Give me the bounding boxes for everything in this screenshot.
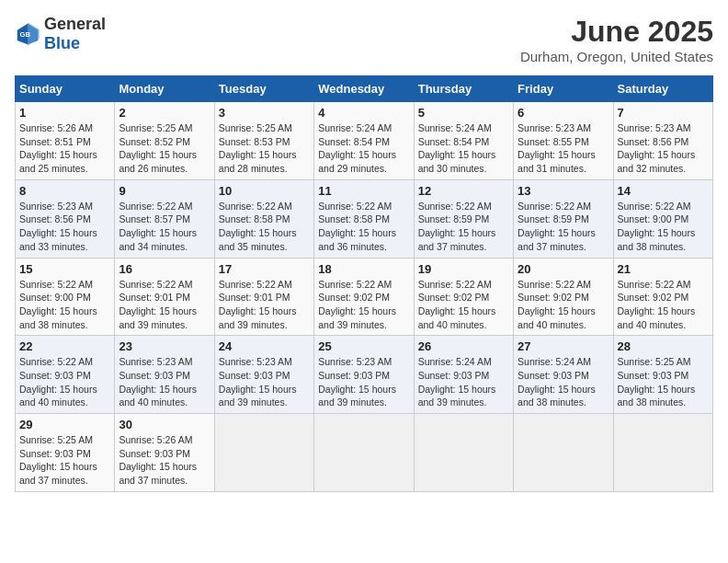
calendar-week-row: 1 Sunrise: 5:26 AM Sunset: 8:51 PM Dayli… bbox=[16, 102, 713, 180]
weekday-header: Wednesday bbox=[314, 76, 414, 102]
calendar-cell: 23 Sunrise: 5:23 AM Sunset: 9:03 PM Dayl… bbox=[115, 336, 214, 414]
day-info: Sunrise: 5:22 AM Sunset: 9:01 PM Dayligh… bbox=[119, 278, 210, 332]
logo-blue: Blue bbox=[44, 34, 80, 52]
day-number: 30 bbox=[119, 418, 210, 431]
day-info: Sunrise: 5:22 AM Sunset: 8:58 PM Dayligh… bbox=[318, 200, 409, 254]
logo-text: General Blue bbox=[44, 15, 106, 53]
calendar-cell: 10 Sunrise: 5:22 AM Sunset: 8:58 PM Dayl… bbox=[214, 179, 313, 258]
day-info: Sunrise: 5:22 AM Sunset: 9:02 PM Dayligh… bbox=[318, 278, 409, 332]
day-info: Sunrise: 5:25 AM Sunset: 9:03 PM Dayligh… bbox=[618, 355, 709, 409]
day-number: 19 bbox=[418, 262, 509, 276]
calendar-cell: 2 Sunrise: 5:25 AM Sunset: 8:52 PM Dayli… bbox=[115, 102, 214, 180]
calendar-cell: 26 Sunrise: 5:24 AM Sunset: 9:03 PM Dayl… bbox=[414, 336, 513, 414]
calendar-week-row: 22 Sunrise: 5:22 AM Sunset: 9:03 PM Dayl… bbox=[16, 336, 713, 414]
day-info: Sunrise: 5:23 AM Sunset: 8:56 PM Dayligh… bbox=[19, 200, 110, 254]
calendar-subtitle: Durham, Oregon, United States bbox=[520, 49, 713, 64]
calendar-cell: 20 Sunrise: 5:22 AM Sunset: 9:02 PM Dayl… bbox=[514, 258, 613, 336]
calendar-cell: 18 Sunrise: 5:22 AM Sunset: 9:02 PM Dayl… bbox=[314, 258, 414, 336]
day-info: Sunrise: 5:22 AM Sunset: 9:02 PM Dayligh… bbox=[418, 278, 509, 332]
calendar-cell: 5 Sunrise: 5:24 AM Sunset: 8:54 PM Dayli… bbox=[414, 102, 513, 180]
day-number: 27 bbox=[518, 339, 609, 353]
day-info: Sunrise: 5:23 AM Sunset: 8:56 PM Dayligh… bbox=[618, 121, 709, 176]
day-number: 4 bbox=[318, 106, 409, 120]
calendar-cell: 30 Sunrise: 5:26 AM Sunset: 9:03 PM Dayl… bbox=[115, 414, 214, 492]
day-info: Sunrise: 5:22 AM Sunset: 9:02 PM Dayligh… bbox=[518, 278, 609, 332]
day-number: 22 bbox=[19, 339, 110, 353]
day-number: 6 bbox=[518, 106, 609, 120]
calendar-cell bbox=[414, 414, 513, 492]
calendar-cell: 24 Sunrise: 5:23 AM Sunset: 9:03 PM Dayl… bbox=[214, 336, 313, 414]
calendar-cell bbox=[613, 414, 712, 492]
day-number: 10 bbox=[219, 184, 310, 198]
day-info: Sunrise: 5:22 AM Sunset: 9:02 PM Dayligh… bbox=[618, 278, 709, 332]
day-info: Sunrise: 5:22 AM Sunset: 9:03 PM Dayligh… bbox=[19, 355, 110, 409]
title-block: June 2025 Durham, Oregon, United States bbox=[520, 15, 713, 64]
page-header: GB General Blue June 2025 Durham, Oregon… bbox=[15, 15, 713, 64]
calendar-cell: 27 Sunrise: 5:24 AM Sunset: 9:03 PM Dayl… bbox=[514, 336, 613, 414]
weekday-header: Monday bbox=[115, 76, 214, 102]
day-number: 7 bbox=[618, 106, 709, 120]
day-info: Sunrise: 5:22 AM Sunset: 8:58 PM Dayligh… bbox=[219, 200, 310, 254]
day-info: Sunrise: 5:25 AM Sunset: 8:52 PM Dayligh… bbox=[119, 121, 210, 176]
calendar-cell: 7 Sunrise: 5:23 AM Sunset: 8:56 PM Dayli… bbox=[613, 102, 712, 180]
calendar-week-row: 8 Sunrise: 5:23 AM Sunset: 8:56 PM Dayli… bbox=[16, 179, 713, 258]
day-number: 5 bbox=[418, 106, 509, 120]
day-number: 11 bbox=[318, 184, 409, 198]
weekday-header: Friday bbox=[514, 76, 613, 102]
day-number: 17 bbox=[219, 262, 310, 276]
logo-general: General bbox=[44, 15, 106, 33]
calendar-cell: 17 Sunrise: 5:22 AM Sunset: 9:01 PM Dayl… bbox=[214, 258, 313, 336]
calendar-cell: 8 Sunrise: 5:23 AM Sunset: 8:56 PM Dayli… bbox=[16, 179, 115, 258]
day-number: 15 bbox=[19, 262, 110, 276]
calendar-cell: 1 Sunrise: 5:26 AM Sunset: 8:51 PM Dayli… bbox=[16, 102, 115, 180]
calendar-cell: 15 Sunrise: 5:22 AM Sunset: 9:00 PM Dayl… bbox=[16, 258, 115, 336]
day-info: Sunrise: 5:23 AM Sunset: 9:03 PM Dayligh… bbox=[219, 355, 310, 409]
day-info: Sunrise: 5:26 AM Sunset: 8:51 PM Dayligh… bbox=[19, 121, 110, 176]
logo-icon: GB bbox=[15, 21, 40, 47]
day-info: Sunrise: 5:22 AM Sunset: 9:00 PM Dayligh… bbox=[19, 278, 110, 332]
calendar-cell: 9 Sunrise: 5:22 AM Sunset: 8:57 PM Dayli… bbox=[115, 179, 214, 258]
day-number: 9 bbox=[119, 184, 210, 198]
calendar-cell: 13 Sunrise: 5:22 AM Sunset: 8:59 PM Dayl… bbox=[514, 179, 613, 258]
day-number: 20 bbox=[518, 262, 609, 276]
day-info: Sunrise: 5:23 AM Sunset: 9:03 PM Dayligh… bbox=[318, 355, 409, 409]
calendar-cell: 16 Sunrise: 5:22 AM Sunset: 9:01 PM Dayl… bbox=[115, 258, 214, 336]
calendar-cell: 12 Sunrise: 5:22 AM Sunset: 8:59 PM Dayl… bbox=[414, 179, 513, 258]
day-number: 3 bbox=[219, 106, 310, 120]
calendar-cell: 28 Sunrise: 5:25 AM Sunset: 9:03 PM Dayl… bbox=[613, 336, 712, 414]
calendar-cell: 6 Sunrise: 5:23 AM Sunset: 8:55 PM Dayli… bbox=[514, 102, 613, 180]
calendar-cell bbox=[214, 414, 313, 492]
day-number: 25 bbox=[318, 339, 409, 353]
day-info: Sunrise: 5:23 AM Sunset: 9:03 PM Dayligh… bbox=[119, 355, 210, 409]
day-number: 12 bbox=[418, 184, 509, 198]
day-number: 29 bbox=[19, 418, 110, 431]
day-number: 24 bbox=[219, 339, 310, 353]
day-number: 2 bbox=[119, 106, 210, 120]
day-number: 21 bbox=[618, 262, 709, 276]
weekday-header: Saturday bbox=[613, 76, 712, 102]
day-info: Sunrise: 5:24 AM Sunset: 9:03 PM Dayligh… bbox=[418, 355, 509, 409]
weekday-header-row: SundayMondayTuesdayWednesdayThursdayFrid… bbox=[16, 76, 713, 102]
day-info: Sunrise: 5:25 AM Sunset: 9:03 PM Dayligh… bbox=[19, 433, 110, 488]
day-number: 8 bbox=[19, 184, 110, 198]
day-number: 26 bbox=[418, 339, 509, 353]
day-info: Sunrise: 5:22 AM Sunset: 8:57 PM Dayligh… bbox=[119, 200, 210, 254]
svg-text:GB: GB bbox=[20, 30, 31, 39]
calendar-cell bbox=[314, 414, 414, 492]
calendar-title: June 2025 bbox=[520, 15, 713, 49]
day-info: Sunrise: 5:22 AM Sunset: 9:01 PM Dayligh… bbox=[219, 278, 310, 332]
day-number: 1 bbox=[19, 106, 110, 120]
weekday-header: Tuesday bbox=[214, 76, 313, 102]
calendar-cell: 14 Sunrise: 5:22 AM Sunset: 9:00 PM Dayl… bbox=[613, 179, 712, 258]
calendar-cell: 19 Sunrise: 5:22 AM Sunset: 9:02 PM Dayl… bbox=[414, 258, 513, 336]
day-number: 16 bbox=[119, 262, 210, 276]
calendar-cell: 29 Sunrise: 5:25 AM Sunset: 9:03 PM Dayl… bbox=[16, 414, 115, 492]
calendar-cell bbox=[514, 414, 613, 492]
weekday-header: Thursday bbox=[414, 76, 513, 102]
day-number: 28 bbox=[618, 339, 709, 353]
day-info: Sunrise: 5:24 AM Sunset: 8:54 PM Dayligh… bbox=[318, 121, 409, 176]
calendar-cell: 21 Sunrise: 5:22 AM Sunset: 9:02 PM Dayl… bbox=[613, 258, 712, 336]
calendar-cell: 3 Sunrise: 5:25 AM Sunset: 8:53 PM Dayli… bbox=[214, 102, 313, 180]
day-info: Sunrise: 5:22 AM Sunset: 8:59 PM Dayligh… bbox=[418, 200, 509, 254]
calendar-week-row: 15 Sunrise: 5:22 AM Sunset: 9:00 PM Dayl… bbox=[16, 258, 713, 336]
